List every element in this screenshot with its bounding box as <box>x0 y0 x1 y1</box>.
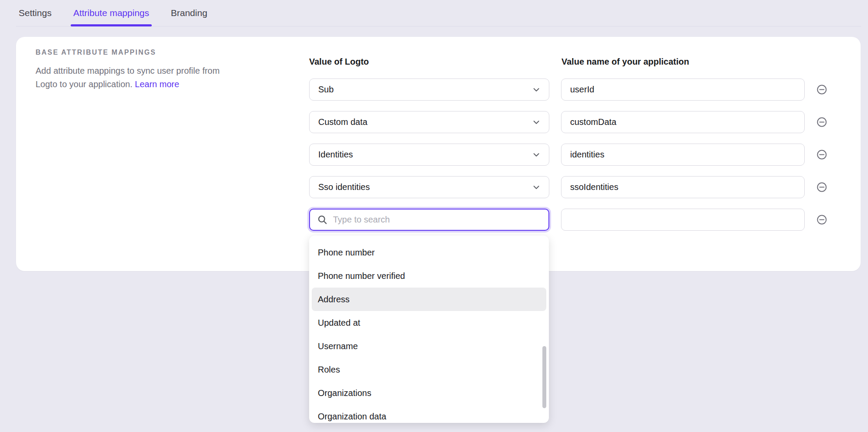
mapping-row: Sso identities <box>309 176 827 198</box>
logto-value-select-sub[interactable]: Sub <box>309 79 549 101</box>
search-icon <box>317 214 328 225</box>
section-description-text: Add attribute mappings to sync user prof… <box>36 66 220 89</box>
app-value-input-customdata[interactable] <box>561 111 805 133</box>
select-value-label: Sso identities <box>318 182 370 192</box>
section-title: BASE ATTRIBUTE MAPPINGS <box>36 49 156 56</box>
remove-row-button[interactable] <box>817 117 827 127</box>
minus-circle-icon <box>817 85 827 95</box>
tab-attribute-mappings[interactable]: Attribute mappings <box>73 0 149 26</box>
logto-value-select-identities[interactable]: Identities <box>309 144 549 166</box>
logto-value-select-sso-identities[interactable]: Sso identities <box>309 176 549 198</box>
select-value-label: Sub <box>318 85 334 95</box>
tab-branding[interactable]: Branding <box>171 0 207 26</box>
tab-bar: Settings Attribute mappings Branding <box>16 0 861 26</box>
search-results-dropdown: Phone number Phone number verified Addre… <box>309 236 549 423</box>
minus-circle-icon <box>817 215 827 225</box>
chevron-down-icon <box>532 183 541 192</box>
learn-more-link[interactable]: Learn more <box>135 79 179 89</box>
chevron-down-icon <box>532 85 541 95</box>
mapping-row-new <box>309 209 827 231</box>
minus-circle-icon <box>817 182 827 192</box>
dropdown-item-organization-data[interactable]: Organization data <box>312 405 546 423</box>
minus-circle-icon <box>817 117 827 127</box>
remove-row-button[interactable] <box>817 85 827 95</box>
remove-row-button[interactable] <box>817 215 827 225</box>
search-input[interactable] <box>333 215 542 225</box>
remove-row-button[interactable] <box>817 150 827 160</box>
tab-settings[interactable]: Settings <box>19 0 52 26</box>
column-header-value-of-logto: Value of Logto <box>309 57 369 67</box>
app-value-input-empty[interactable] <box>561 209 805 231</box>
mapping-row: Custom data <box>309 111 827 133</box>
dropdown-item-roles[interactable]: Roles <box>312 358 546 381</box>
chevron-down-icon <box>532 150 541 160</box>
app-value-input-ssoidentities[interactable] <box>561 176 805 198</box>
app-value-input-identities[interactable] <box>561 144 805 166</box>
dropdown-item-address[interactable]: Address <box>312 288 546 311</box>
dropdown-item-phone-number-verified[interactable]: Phone number verified <box>312 264 546 288</box>
dropdown-item-username[interactable]: Username <box>312 334 546 358</box>
column-header-value-name-of-application: Value name of your application <box>561 57 689 67</box>
minus-circle-icon <box>817 150 827 160</box>
select-value-label: Custom data <box>318 117 367 127</box>
mapping-row: Sub <box>309 79 827 101</box>
remove-row-button[interactable] <box>817 182 827 192</box>
select-value-label: Identities <box>318 150 353 160</box>
mapping-rows: Sub Custom data Identities <box>309 79 827 241</box>
logto-value-select-custom-data[interactable]: Custom data <box>309 111 549 133</box>
chevron-down-icon <box>532 118 541 127</box>
mapping-row: Identities <box>309 144 827 166</box>
dropdown-scrollbar-thumb[interactable] <box>542 346 546 408</box>
app-value-input-userid[interactable] <box>561 79 805 101</box>
section-description: Add attribute mappings to sync user prof… <box>36 64 239 91</box>
dropdown-item-phone-number[interactable]: Phone number <box>312 241 546 264</box>
dropdown-item-updated-at[interactable]: Updated at <box>312 311 546 334</box>
dropdown-item-organizations[interactable]: Organizations <box>312 381 546 405</box>
logto-value-search-combobox[interactable] <box>309 209 549 231</box>
